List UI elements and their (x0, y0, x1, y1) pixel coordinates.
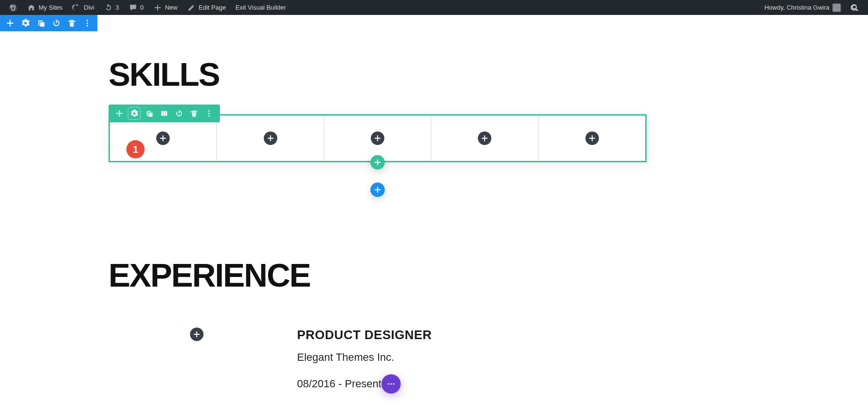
section-toolbar (0, 15, 97, 31)
gear-icon (130, 109, 138, 118)
add-module-button[interactable] (156, 132, 170, 145)
employment-dates: 08/2016 - Present (297, 378, 381, 390)
plus-icon (375, 187, 380, 193)
row-columns-button[interactable] (160, 109, 168, 118)
trash-icon (190, 109, 198, 118)
pencil-icon (187, 3, 196, 12)
module-more-button[interactable] (381, 374, 401, 394)
annotation-badge-1: 1 (126, 140, 145, 158)
experience-column-left[interactable] (108, 328, 285, 394)
new-label: New (165, 4, 177, 11)
experience-heading: EXPERIENCE (108, 256, 868, 294)
dots-vertical-icon (205, 109, 213, 118)
columns-icon (160, 109, 168, 118)
plus-icon (375, 159, 380, 165)
move-icon (115, 109, 123, 118)
plus-icon (194, 331, 200, 337)
row-settings-button[interactable] (130, 109, 138, 118)
dots-horizontal-icon (387, 380, 395, 388)
section-move-button[interactable] (6, 19, 14, 27)
column-4[interactable] (432, 116, 539, 161)
power-icon (52, 19, 61, 27)
plus-icon (268, 135, 273, 141)
trash-icon (68, 19, 76, 27)
column-2[interactable] (217, 116, 324, 161)
experience-column-right[interactable]: PRODUCT DESIGNER Elegant Themes Inc. 08/… (285, 328, 647, 394)
row-save-button[interactable] (175, 109, 183, 118)
column-1[interactable] (110, 116, 217, 161)
add-module-button[interactable] (264, 132, 277, 145)
column-3[interactable] (325, 116, 432, 161)
site-name-link[interactable]: Divi (68, 0, 99, 15)
row-more-button[interactable] (205, 109, 213, 118)
dots-vertical-icon (83, 19, 92, 27)
exit-vb-label: Exit Visual Builder (235, 4, 286, 11)
howdy-label: Howdy, Christina Gwira (764, 4, 829, 11)
add-section-button[interactable] (370, 183, 385, 197)
page-canvas: SKILLS 1 EXPERIENCE PRODUCT DESIGN (0, 55, 868, 408)
wordpress-icon (9, 3, 17, 12)
duplicate-icon (37, 19, 45, 27)
search-toggle[interactable] (846, 0, 864, 15)
search-icon (851, 3, 859, 12)
power-icon (175, 109, 183, 118)
gear-icon (21, 19, 30, 27)
home-icon (27, 3, 36, 12)
add-module-button[interactable] (371, 132, 384, 145)
updates-count: 3 (116, 4, 119, 11)
section-more-button[interactable] (83, 19, 92, 27)
add-module-button[interactable] (585, 132, 599, 145)
add-module-button[interactable] (190, 328, 203, 341)
plus-icon (160, 135, 166, 141)
row-toolbar (108, 105, 220, 122)
wp-logo[interactable] (4, 0, 22, 15)
row-duplicate-button[interactable] (145, 109, 153, 118)
add-row-button[interactable] (370, 155, 385, 170)
edit-page-link[interactable]: Edit Page (182, 0, 231, 15)
my-sites-label: My Sites (39, 4, 63, 11)
plus-icon (589, 135, 595, 141)
comments-link[interactable]: 0 (124, 0, 149, 15)
plus-icon (482, 135, 488, 141)
gauge-icon (72, 3, 81, 12)
company-name: Elegant Themes Inc. (297, 351, 647, 364)
exit-visual-builder-link[interactable]: Exit Visual Builder (231, 0, 291, 15)
plus-icon (375, 135, 380, 141)
skills-heading: SKILLS (108, 55, 868, 93)
howdy-account[interactable]: Howdy, Christina Gwira (760, 0, 846, 15)
site-name-label: Divi (84, 4, 95, 11)
column-5[interactable] (539, 116, 645, 161)
section-duplicate-button[interactable] (37, 19, 45, 27)
comments-count: 0 (140, 4, 144, 11)
wp-admin-bar: My Sites Divi 3 0 New Edit Page Exit Vis… (0, 0, 868, 15)
row-delete-button[interactable] (190, 109, 198, 118)
section-delete-button[interactable] (68, 19, 76, 27)
refresh-icon (104, 3, 113, 12)
add-module-button[interactable] (478, 132, 491, 145)
job-title: PRODUCT DESIGNER (297, 328, 647, 342)
updates-link[interactable]: 3 (99, 0, 124, 15)
new-content-link[interactable]: New (149, 0, 182, 15)
comment-icon (129, 3, 137, 12)
experience-row: PRODUCT DESIGNER Elegant Themes Inc. 08/… (108, 328, 647, 394)
plus-icon (153, 3, 162, 12)
section-save-button[interactable] (52, 19, 61, 27)
section-settings-button[interactable] (21, 19, 30, 27)
move-icon (6, 19, 14, 27)
row-move-button[interactable] (115, 109, 123, 118)
avatar (832, 3, 841, 12)
edit-page-label: Edit Page (199, 4, 226, 11)
duplicate-icon (145, 109, 153, 118)
my-sites-link[interactable]: My Sites (22, 0, 68, 15)
